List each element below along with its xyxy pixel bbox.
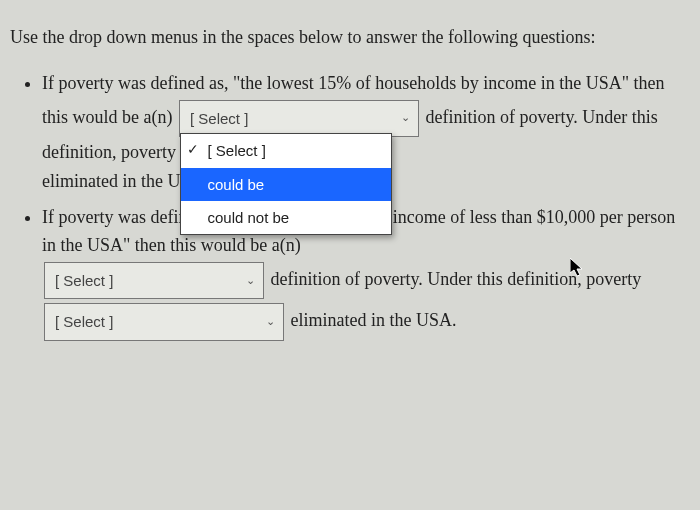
question-list: If poverty was defined as, "the lowest 1… [10, 70, 690, 343]
q2-text-after-select2: eliminated in the USA. [291, 310, 457, 330]
question-page: Use the drop down menus in the spaces be… [0, 0, 700, 361]
dropdown-option-label: could not be [207, 209, 289, 226]
dropdown-option-could-be[interactable]: could be [181, 168, 391, 201]
dropdown-option-placeholder[interactable]: ✓ [ Select ] [181, 134, 391, 167]
chevron-down-icon: ⌄ [266, 313, 275, 330]
select-placeholder: [ Select ] [190, 110, 248, 127]
q2-text-after-select1: definition of poverty. Under this defini… [271, 269, 642, 289]
q1-elimination-dropdown[interactable]: ✓ [ Select ] could be could not be [180, 133, 392, 235]
select-placeholder: [ Select ] [55, 313, 113, 330]
select-placeholder: [ Select ] [55, 272, 113, 289]
chevron-down-icon: ⌄ [401, 110, 410, 127]
dropdown-option-label: [ Select ] [207, 142, 265, 159]
instructions-text: Use the drop down menus in the spaces be… [10, 24, 690, 52]
check-icon: ✓ [187, 139, 199, 161]
dropdown-option-label: could be [207, 176, 264, 193]
q2-definition-select[interactable]: [ Select ] ⌄ [44, 262, 264, 299]
q1-definition-select[interactable]: [ Select ] ⌄ [179, 100, 419, 137]
chevron-down-icon: ⌄ [246, 272, 255, 289]
q2-elimination-select[interactable]: [ Select ] ⌄ [44, 303, 284, 340]
dropdown-option-could-not-be[interactable]: could not be [181, 201, 391, 234]
q1-elimination-select-wrap: ✓ [ Select ] could be could not be [180, 139, 390, 168]
question-1: If poverty was defined as, "the lowest 1… [42, 70, 690, 196]
